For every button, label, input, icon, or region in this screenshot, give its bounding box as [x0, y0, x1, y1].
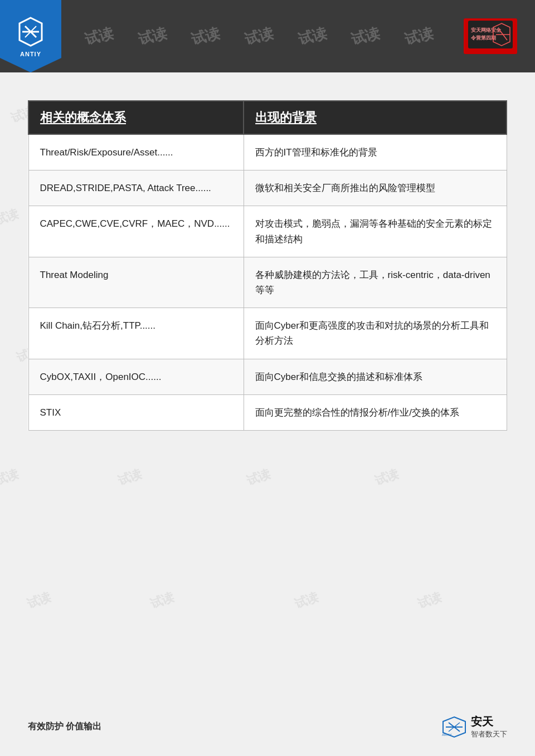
header-logo-right: 安天网络安全 令营第四期: [457, 14, 524, 58]
table-row: Threat/Risk/Exposure/Asset......西方的IT管理和…: [28, 134, 507, 170]
table-cell-col1: CAPEC,CWE,CVE,CVRF，MAEC，NVD......: [28, 206, 244, 257]
antiy-badge: 安天网络安全 令营第四期: [464, 18, 517, 54]
svg-text:ANTIY: ANTIY: [442, 733, 452, 737]
right-logo-svg: 安天网络安全 令营第四期: [468, 21, 513, 48]
header-wm-3: 试读: [189, 23, 222, 49]
table-cell-col1: DREAD,STRIDE,PASTA, Attack Tree......: [28, 170, 244, 206]
header-wm-6: 试读: [349, 23, 382, 49]
logo-text: ANTIY: [20, 51, 41, 57]
main-table: 相关的概念体系 出现的背景 Threat/Risk/Exposure/Asset…: [28, 100, 507, 431]
table-row: Threat Modeling各种威胁建模的方法论，工具，risk-centri…: [28, 257, 507, 308]
header-wm-5: 试读: [296, 23, 329, 49]
page-wm: 试读: [415, 588, 444, 612]
header-wm-4: 试读: [242, 23, 275, 49]
page-wm: 试读: [148, 588, 177, 612]
header-wm-1: 试读: [82, 23, 115, 49]
table-cell-col2: 对攻击模式，脆弱点，漏洞等各种基础的安全元素的标定和描述结构: [244, 206, 507, 257]
table-cell-col2: 面向Cyber和信息交换的描述和标准体系: [244, 359, 507, 394]
table-cell-col2: 面向更完整的综合性的情报分析/作业/交换的体系: [244, 394, 507, 430]
col1-header: 相关的概念体系: [28, 101, 244, 134]
main-content: 相关的概念体系 出现的背景 Threat/Risk/Exposure/Asset…: [0, 72, 535, 453]
table-cell-col1: Kill Chain,钻石分析,TTP......: [28, 308, 244, 359]
table-row: STIX面向更完整的综合性的情报分析/作业/交换的体系: [28, 394, 507, 430]
col2-header: 出现的背景: [244, 101, 507, 134]
footer-logo-icon: ANTIY: [440, 716, 468, 738]
footer: 有效防护 价值输出 ANTIY 安天 智者数天下: [0, 714, 535, 739]
page-wm: 试读: [115, 465, 144, 489]
footer-brand: 安天: [471, 714, 507, 729]
table-row: DREAD,STRIDE,PASTA, Attack Tree......微软和…: [28, 170, 507, 206]
footer-left-text: 有效防护 价值输出: [28, 721, 101, 733]
page-wm: 试读: [0, 465, 21, 489]
svg-text:安天网络安全: 安天网络安全: [470, 27, 502, 33]
antiy-logo-icon: [14, 15, 47, 48]
table-cell-col1: CybOX,TAXII，OpenIOC......: [28, 359, 244, 394]
header-wm-7: 试读: [402, 23, 435, 49]
page-wm: 试读: [244, 465, 273, 489]
footer-tagline: 智者数天下: [471, 729, 507, 739]
table-cell-col2: 各种威胁建模的方法论，工具，risk-centric，data-driven等等: [244, 257, 507, 308]
footer-right: ANTIY 安天 智者数天下: [440, 714, 507, 739]
header-watermarks: 试读 试读 试读 试读 试读 试读 试读: [61, 27, 457, 46]
table-cell-col1: Threat Modeling: [28, 257, 244, 308]
logo-box: ANTIY: [0, 0, 61, 72]
table-row: CybOX,TAXII，OpenIOC......面向Cyber和信息交换的描述…: [28, 359, 507, 394]
page-wm: 试读: [25, 588, 54, 612]
footer-logo: ANTIY 安天 智者数天下: [440, 714, 507, 739]
table-cell-col2: 西方的IT管理和标准化的背景: [244, 134, 507, 170]
table-header-row: 相关的概念体系 出现的背景: [28, 101, 507, 134]
footer-logo-text-block: 安天 智者数天下: [471, 714, 507, 739]
table-cell-col2: 微软和相关安全厂商所推出的风险管理模型: [244, 170, 507, 206]
table-row: Kill Chain,钻石分析,TTP......面向Cyber和更高强度的攻击…: [28, 308, 507, 359]
table-row: CAPEC,CWE,CVE,CVRF，MAEC，NVD......对攻击模式，脆…: [28, 206, 507, 257]
header-wm-2: 试读: [136, 23, 169, 49]
svg-text:令营第四期: 令营第四期: [470, 35, 496, 41]
page-wm: 试读: [292, 588, 321, 612]
header: ANTIY 试读 试读 试读 试读 试读 试读 试读 安天网络安全 令营第四期: [0, 0, 535, 72]
table-cell-col1: STIX: [28, 394, 244, 430]
table-cell-col2: 面向Cyber和更高强度的攻击和对抗的场景的分析工具和分析方法: [244, 308, 507, 359]
page-wm: 试读: [372, 465, 401, 489]
table-cell-col1: Threat/Risk/Exposure/Asset......: [28, 134, 244, 170]
